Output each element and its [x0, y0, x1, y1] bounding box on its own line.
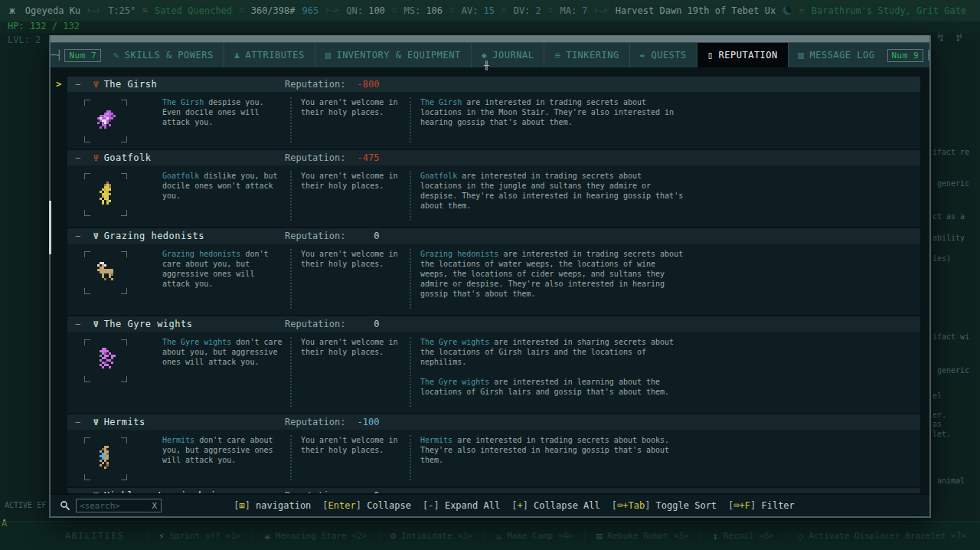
reputation-value: 0 [348, 231, 379, 241]
ability-activate-displacer-bracelet[interactable]: ◌Activate Displacer Bracelet<7> [798, 531, 966, 542]
window-titlebar[interactable] [51, 35, 929, 43]
faction-welcome-text: You aren't welcome in their holy places. [290, 435, 403, 480]
divider: │ [376, 531, 381, 541]
collapse-button[interactable]: − [75, 319, 87, 329]
faction-grazing-hedonists: > − Ψ Grazing hedonists Reputation: 0 Gr… [67, 228, 920, 315]
separator-icon: ⊦—⊦ [87, 5, 101, 15]
stat-label: DV: [514, 5, 536, 16]
faction-header-row[interactable]: > − Ψ Highly entropic beings Reputation:… [67, 488, 920, 493]
ability-state: off [205, 531, 220, 541]
faction-welcome-text: You aren't welcome in their holy places. [290, 249, 403, 309]
tab-message-log[interactable]: ▨ MESSAGE LOG [788, 43, 885, 67]
reputation-label: Reputation: [285, 319, 345, 329]
faction-link: Goatfolk [420, 172, 457, 180]
hint-key: ⌨+Tab [617, 500, 645, 511]
resize-arrow-icon: ↯ [956, 31, 962, 44]
tab-skills-powers[interactable]: ✎ SKILLS & POWERS [103, 43, 224, 67]
ability-sprint[interactable]: ⚡Sprintoff<1> [158, 531, 241, 542]
bracket: [ [322, 500, 328, 511]
reputation: Reputation: 0 [285, 231, 379, 241]
faction-welcome-text: You aren't welcome in their holy places. [290, 97, 403, 142]
creature-portrait [84, 339, 127, 382]
faction-interests-text: The Gyre wights are interested in sharin… [410, 337, 913, 407]
tab-reputation[interactable]: ▯ REPUTATION [697, 43, 788, 67]
faction-link: The Gyre wights [162, 338, 231, 346]
faction-tree-icon: Ψ [93, 319, 99, 329]
faction-name: Grazing hedonists [104, 231, 204, 241]
clear-search-button[interactable]: X [152, 501, 157, 511]
faction-link: Grazing hedonists [162, 250, 240, 258]
reputation-label: Reputation: [285, 79, 345, 90]
collapse-button[interactable]: − [75, 490, 87, 493]
ability-name: Sprint [169, 531, 200, 541]
reputation-label: Reputation: [285, 490, 345, 493]
faction-hermits: > − Ψ Hermits Reputation: -100 Hermits d… [67, 414, 920, 486]
faction-header-row[interactable]: > − Ψ Hermits Reputation: -100 [67, 414, 920, 430]
reputation-value: 0 [348, 319, 379, 329]
hermit-creature-sprite-icon [91, 445, 122, 473]
carried-weight: 360/398# [251, 5, 296, 16]
footer-hint-collapse-all: [+] Collapse All [511, 500, 600, 511]
divider: │ [698, 531, 704, 541]
faction-tree-icon: Ψ [93, 417, 99, 427]
scroll-indicator[interactable]: ╫ [484, 61, 489, 70]
ability-hotkey: <5> [674, 531, 689, 541]
scrollbar[interactable] [49, 201, 51, 254]
footer-hint-collapse: [Enter] Collapse [322, 500, 411, 511]
window-footer: X [⊞] navigation[Enter] Collapse[-] Expa… [51, 493, 929, 516]
collapse-button[interactable]: − [75, 79, 87, 90]
separator-icon: ⊦—⊦ [325, 5, 339, 15]
faction-header-row[interactable]: > − Ψ The Gyre wights Reputation: 0 [67, 316, 920, 332]
search-box: X [76, 499, 162, 512]
moon-phase-icon [782, 5, 792, 15]
faction-tree-icon: Ψ [93, 231, 99, 241]
faction-detail: Hermits don't care about you, but aggres… [67, 430, 920, 486]
search-input[interactable] [77, 501, 141, 511]
footer-hints: [⊞] navigation[Enter] Collapse[-] Expand… [162, 500, 867, 511]
divider: │ [250, 531, 256, 541]
faction-header-row[interactable]: > − Ψ Grazing hedonists Reputation: 0 [67, 228, 920, 244]
ability-recoil[interactable]: ↧Recoil<6> [713, 531, 775, 542]
faction-welcome-text: You aren't welcome in their holy places. [290, 337, 403, 407]
ability-rebuke-robot[interactable]: ⊡Rebuke Robot<5> [596, 531, 689, 542]
ability-intimidate[interactable]: ☹Intimidate<3> [390, 531, 472, 542]
collapse-button[interactable]: − [75, 152, 87, 163]
reputation: Reputation: -800 [285, 79, 379, 90]
bracket: ] [245, 500, 250, 511]
tab-inventory-equipment[interactable]: ▤ INVENTORY & EQUIPMENT [315, 43, 471, 67]
tab-attributes[interactable]: ♟ ATTRIBUTES [224, 43, 315, 67]
faction-link: The Gyre wights [420, 378, 489, 386]
faction-the-gyre-wights: > − Ψ The Gyre wights Reputation: 0 The … [67, 316, 920, 413]
stat-qn: QN: 100 [346, 5, 385, 16]
level-readout: LVL: 2 [8, 34, 41, 45]
separator-icon: ≈ [799, 5, 805, 15]
reputation-value: -100 [348, 417, 379, 427]
faction-highly-entropic-beings: > − Ψ Highly entropic beings Reputation:… [67, 488, 920, 493]
ability-menacing-stare[interactable]: ☠Menacing Stare<2> [265, 531, 368, 542]
collapse-button[interactable]: − [75, 231, 87, 241]
divider: │ [783, 531, 789, 541]
faction-feeling-text: The Girsh despise you. Even docile ones … [162, 97, 283, 142]
ability-make-camp[interactable]: ♨Make Camp<4> [496, 531, 573, 542]
arrow-icon: ↧ [713, 531, 718, 542]
faction-detail: Goatfolk dislike you, but docile ones wo… [67, 165, 920, 227]
tab-journal[interactable]: ◆ JOURNAL [471, 43, 544, 67]
tab-tinkering[interactable]: ≡ TINKERING [544, 43, 629, 67]
hint-key: + [517, 500, 522, 511]
tab-quests[interactable]: ✒ QUESTS [629, 43, 697, 67]
collapse-button[interactable]: − [75, 417, 87, 427]
top-status-bar: жOgeyeda Ku⊦—⊦T:25°≡Sated Quenched∷360/3… [9, 5, 980, 16]
ability-hotkey: <7> [951, 531, 966, 541]
footer-hint-navigation: [⊞] navigation [234, 500, 311, 511]
ability-name: Make Camp [507, 531, 553, 541]
stat-value: 7 [582, 5, 587, 16]
faction-name: Goatfolk [104, 152, 152, 163]
reputation: Reputation: -100 [285, 417, 379, 427]
footer-hint-toggle-sort: [⌨+Tab] Toggle Sort [612, 500, 717, 511]
faction-welcome-text: You aren't welcome in their holy places. [290, 171, 403, 221]
faction-header-row[interactable]: > − Ψ Goatfolk Reputation: -475 [67, 150, 920, 165]
footer-hint-expand-all: [-] Expand All [423, 500, 500, 511]
reputation-value: -800 [348, 79, 379, 90]
chest-icon: ▤ [325, 50, 332, 61]
faction-header-row[interactable]: > − Ψ The Girsh Reputation: -800 [67, 77, 920, 92]
